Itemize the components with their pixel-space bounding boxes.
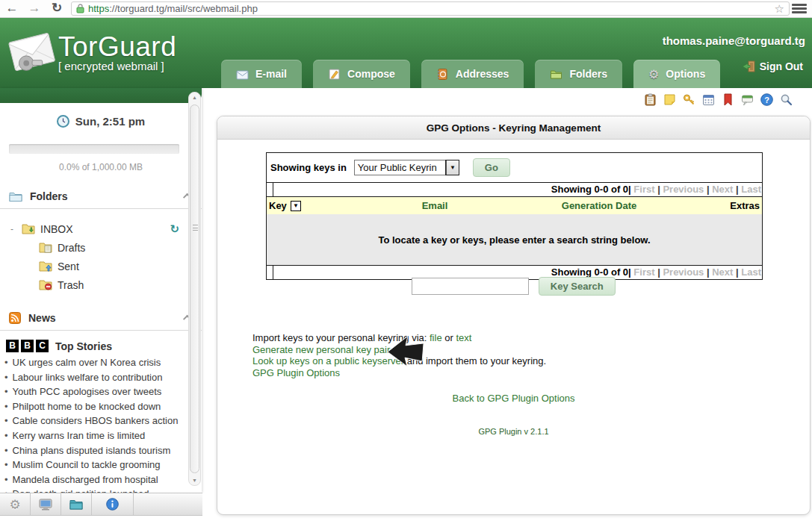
sidebar-item-trash[interactable]: Trash (39, 275, 202, 294)
pagination-first-link[interactable]: First (633, 184, 654, 195)
showing-keys-label: Showing keys in (270, 162, 347, 173)
news-item[interactable]: •Cable considers HBOS bankers action (4, 414, 188, 428)
sidebar-scrollbar[interactable]: ▲ ▼ (188, 92, 201, 486)
monitor-icon (39, 499, 52, 511)
url-bar[interactable]: https://torguard.tg/mail/src/webmail.php… (71, 1, 790, 16)
reload-icon[interactable]: ↻ (47, 0, 66, 18)
news-item[interactable]: •Muslim Council to tackle grooming (4, 458, 188, 472)
news-item[interactable]: •Labour links welfare to contribution (4, 370, 188, 385)
folders-section-header[interactable]: Folders (0, 186, 202, 209)
folder-tree: - INBOX ↻ Drafts Sent (10, 219, 202, 294)
keyring-table: Showing keys in Your Public Keyrin ▼ Go … (266, 152, 763, 280)
page-title: GPG Options - Keyring Management (217, 116, 810, 140)
key-icon[interactable] (683, 93, 695, 106)
key-search-button[interactable]: Key Search (539, 277, 616, 296)
news-item[interactable]: •China plans disputed islands tourism (4, 443, 188, 458)
news-section-header[interactable]: News (0, 308, 202, 331)
address-book-icon (436, 68, 449, 81)
news-item[interactable]: •Dog death girl petition launched (4, 487, 188, 493)
pagination-last-link[interactable]: Last (741, 184, 761, 195)
keyserver-lookup-link[interactable]: Look up keys on a public keyserver (252, 355, 404, 366)
display-button[interactable] (31, 493, 61, 515)
comment-icon[interactable] (741, 93, 754, 106)
bbc-logo: C (36, 340, 49, 352)
folder-icon (550, 68, 562, 81)
column-email: Email (364, 200, 506, 211)
search-icon[interactable] (780, 93, 793, 106)
padlock-icon (76, 4, 84, 13)
column-key: Key (269, 200, 287, 211)
nav-tabs: E-mail Compose Addresses Folders (221, 60, 720, 88)
sign-out-button[interactable]: Sign Out (743, 60, 803, 72)
scroll-down-icon[interactable]: ▼ (189, 478, 200, 483)
news-heading: Top Stories (55, 340, 112, 352)
tab-compose[interactable]: Compose (313, 60, 410, 88)
sidebar-item-inbox[interactable]: - INBOX ↻ (10, 219, 202, 238)
tab-folders[interactable]: Folders (535, 60, 622, 88)
bookmark-star-icon[interactable]: ☆ (775, 2, 784, 16)
key-search-input[interactable] (412, 278, 529, 295)
sticky-note-icon[interactable] (663, 93, 676, 106)
logo-tagline: [ encrypted webmail ] (58, 60, 176, 72)
import-file-link[interactable]: file (430, 332, 442, 343)
hamburger-menu-icon[interactable] (792, 4, 807, 14)
news-item[interactable]: •Mandela discharged from hospital (4, 472, 188, 487)
gear-icon: ⚙ (9, 497, 20, 512)
pagination-row-top: Showing 0-0 of 0| First | Previous | Nex… (267, 183, 762, 197)
calendar-icon[interactable] (702, 93, 715, 106)
news-item[interactable]: •Youth PCC apologises over tweets (4, 384, 188, 399)
chevron-down-icon[interactable]: ▼ (446, 160, 459, 175)
pagination-first-link[interactable]: First (633, 266, 654, 278)
app-header: TorGuard [ encrypted webmail ] thomas.pa… (0, 18, 812, 88)
pagination-next-link[interactable]: Next (712, 184, 733, 195)
pagination-previous-link[interactable]: Previous (663, 266, 704, 278)
sidebar-item-sent[interactable]: Sent (39, 257, 202, 275)
gpg-plugin-options-link[interactable]: GPG Plugin Options (252, 367, 340, 378)
folders-button[interactable] (61, 493, 92, 515)
trash-folder-icon (39, 279, 52, 290)
clock-row: Sun, 2:51 pm (0, 115, 202, 128)
lookup-keys-line: Look up keys on a public keyserver and i… (252, 355, 546, 367)
back-arrow-icon[interactable]: ← (2, 0, 22, 18)
sign-out-door-icon (743, 60, 755, 72)
keyring-select[interactable]: Your Public Keyrin ▼ (354, 160, 459, 175)
sort-button[interactable]: ▼ (291, 201, 301, 211)
news-item[interactable]: •Kerry warns Iran time is limited (4, 428, 188, 443)
torguard-logo[interactable]: TorGuard [ encrypted webmail ] (4, 21, 176, 82)
sidebar-item-drafts[interactable]: Drafts (39, 238, 202, 257)
bookmark-icon[interactable] (722, 93, 734, 106)
generate-key-pair-link[interactable]: Generate new personal key pair (252, 344, 390, 355)
tab-options[interactable]: ⚙ Options (633, 60, 720, 88)
svg-text:?: ? (764, 96, 769, 104)
scrollbar-thumb[interactable] (190, 104, 199, 473)
info-button[interactable] (92, 493, 134, 515)
column-generation-date: Generation Date (506, 200, 692, 211)
pagination-next-link[interactable]: Next (712, 266, 733, 278)
back-to-gpg-options-link[interactable]: Back to GPG Plugin Options (452, 393, 574, 404)
news-item[interactable]: •Philpott home to be knocked down (4, 399, 188, 414)
tree-expander[interactable]: - (10, 224, 16, 234)
refresh-icon[interactable]: ↻ (170, 222, 179, 236)
settings-button[interactable]: ⚙ (0, 493, 31, 515)
drafts-folder-icon (39, 242, 52, 253)
rss-icon (9, 312, 21, 324)
forward-arrow-icon[interactable]: → (25, 0, 44, 18)
scroll-up-icon[interactable]: ▲ (189, 95, 200, 100)
pagination-last-link[interactable]: Last (741, 266, 761, 278)
tab-addresses[interactable]: Addresses (421, 60, 524, 88)
bbc-logo: B (6, 340, 19, 352)
news-item[interactable]: •UK urges calm over N Korea crisis (4, 355, 188, 370)
import-text-link[interactable]: text (456, 332, 471, 343)
url-text: https://torguard.tg/mail/src/webmail.php (88, 3, 258, 14)
inbox-folder-icon (22, 223, 35, 234)
pagination-previous-link[interactable]: Previous (663, 184, 704, 195)
keyring-filter-row: Showing keys in Your Public Keyrin ▼ Go (267, 153, 762, 183)
info-icon (106, 498, 119, 511)
go-button[interactable]: Go (473, 158, 510, 177)
clipboard-icon[interactable] (644, 93, 657, 106)
help-icon[interactable]: ? (760, 93, 773, 106)
logo-name: TorGuard (58, 31, 176, 63)
quota-progress-bar (9, 144, 179, 154)
main-panel: GPG Options - Keyring Management Showing… (217, 116, 811, 515)
tab-email[interactable]: E-mail (221, 60, 302, 88)
